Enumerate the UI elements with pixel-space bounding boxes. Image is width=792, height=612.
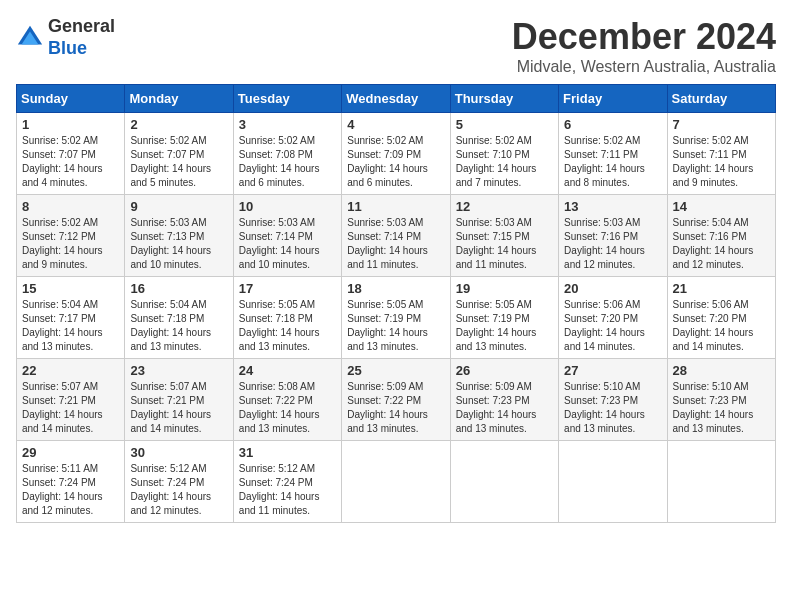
logo-general: General [48, 16, 115, 36]
day-number: 9 [130, 199, 227, 214]
day-info: Sunrise: 5:03 AMSunset: 7:14 PMDaylight:… [347, 216, 444, 272]
header-friday: Friday [559, 85, 667, 113]
day-info: Sunrise: 5:04 AMSunset: 7:16 PMDaylight:… [673, 216, 770, 272]
header-sunday: Sunday [17, 85, 125, 113]
table-row: 16Sunrise: 5:04 AMSunset: 7:18 PMDayligh… [125, 277, 233, 359]
table-row: 19Sunrise: 5:05 AMSunset: 7:19 PMDayligh… [450, 277, 558, 359]
table-row: 7Sunrise: 5:02 AMSunset: 7:11 PMDaylight… [667, 113, 775, 195]
calendar-header-row: Sunday Monday Tuesday Wednesday Thursday… [17, 85, 776, 113]
day-info: Sunrise: 5:03 AMSunset: 7:15 PMDaylight:… [456, 216, 553, 272]
table-row: 1Sunrise: 5:02 AMSunset: 7:07 PMDaylight… [17, 113, 125, 195]
day-info: Sunrise: 5:02 AMSunset: 7:11 PMDaylight:… [564, 134, 661, 190]
table-row: 6Sunrise: 5:02 AMSunset: 7:11 PMDaylight… [559, 113, 667, 195]
day-number: 17 [239, 281, 336, 296]
day-number: 14 [673, 199, 770, 214]
day-info: Sunrise: 5:06 AMSunset: 7:20 PMDaylight:… [564, 298, 661, 354]
day-number: 25 [347, 363, 444, 378]
table-row: 11Sunrise: 5:03 AMSunset: 7:14 PMDayligh… [342, 195, 450, 277]
location-subtitle: Midvale, Western Australia, Australia [512, 58, 776, 76]
day-info: Sunrise: 5:07 AMSunset: 7:21 PMDaylight:… [130, 380, 227, 436]
day-number: 18 [347, 281, 444, 296]
day-number: 30 [130, 445, 227, 460]
day-number: 12 [456, 199, 553, 214]
day-number: 20 [564, 281, 661, 296]
day-info: Sunrise: 5:04 AMSunset: 7:18 PMDaylight:… [130, 298, 227, 354]
table-row [559, 441, 667, 523]
day-info: Sunrise: 5:09 AMSunset: 7:22 PMDaylight:… [347, 380, 444, 436]
table-row: 21Sunrise: 5:06 AMSunset: 7:20 PMDayligh… [667, 277, 775, 359]
table-row: 4Sunrise: 5:02 AMSunset: 7:09 PMDaylight… [342, 113, 450, 195]
table-row: 3Sunrise: 5:02 AMSunset: 7:08 PMDaylight… [233, 113, 341, 195]
day-info: Sunrise: 5:07 AMSunset: 7:21 PMDaylight:… [22, 380, 119, 436]
table-row: 20Sunrise: 5:06 AMSunset: 7:20 PMDayligh… [559, 277, 667, 359]
table-row: 23Sunrise: 5:07 AMSunset: 7:21 PMDayligh… [125, 359, 233, 441]
day-info: Sunrise: 5:02 AMSunset: 7:08 PMDaylight:… [239, 134, 336, 190]
header-tuesday: Tuesday [233, 85, 341, 113]
day-number: 28 [673, 363, 770, 378]
day-number: 16 [130, 281, 227, 296]
day-info: Sunrise: 5:03 AMSunset: 7:16 PMDaylight:… [564, 216, 661, 272]
day-number: 23 [130, 363, 227, 378]
table-row: 30Sunrise: 5:12 AMSunset: 7:24 PMDayligh… [125, 441, 233, 523]
day-number: 24 [239, 363, 336, 378]
table-row: 9Sunrise: 5:03 AMSunset: 7:13 PMDaylight… [125, 195, 233, 277]
day-info: Sunrise: 5:05 AMSunset: 7:19 PMDaylight:… [347, 298, 444, 354]
day-info: Sunrise: 5:03 AMSunset: 7:14 PMDaylight:… [239, 216, 336, 272]
day-info: Sunrise: 5:03 AMSunset: 7:13 PMDaylight:… [130, 216, 227, 272]
logo-text: General Blue [48, 16, 115, 59]
day-info: Sunrise: 5:10 AMSunset: 7:23 PMDaylight:… [673, 380, 770, 436]
day-number: 31 [239, 445, 336, 460]
table-row: 22Sunrise: 5:07 AMSunset: 7:21 PMDayligh… [17, 359, 125, 441]
table-row [450, 441, 558, 523]
day-info: Sunrise: 5:10 AMSunset: 7:23 PMDaylight:… [564, 380, 661, 436]
table-row: 27Sunrise: 5:10 AMSunset: 7:23 PMDayligh… [559, 359, 667, 441]
logo: General Blue [16, 16, 115, 59]
header: General Blue December 2024 Midvale, West… [16, 16, 776, 76]
day-number: 4 [347, 117, 444, 132]
day-number: 26 [456, 363, 553, 378]
header-thursday: Thursday [450, 85, 558, 113]
table-row: 28Sunrise: 5:10 AMSunset: 7:23 PMDayligh… [667, 359, 775, 441]
table-row: 26Sunrise: 5:09 AMSunset: 7:23 PMDayligh… [450, 359, 558, 441]
month-title: December 2024 [512, 16, 776, 58]
day-info: Sunrise: 5:02 AMSunset: 7:11 PMDaylight:… [673, 134, 770, 190]
table-row: 12Sunrise: 5:03 AMSunset: 7:15 PMDayligh… [450, 195, 558, 277]
day-info: Sunrise: 5:02 AMSunset: 7:10 PMDaylight:… [456, 134, 553, 190]
table-row: 29Sunrise: 5:11 AMSunset: 7:24 PMDayligh… [17, 441, 125, 523]
day-number: 1 [22, 117, 119, 132]
day-number: 5 [456, 117, 553, 132]
day-info: Sunrise: 5:02 AMSunset: 7:12 PMDaylight:… [22, 216, 119, 272]
day-info: Sunrise: 5:05 AMSunset: 7:19 PMDaylight:… [456, 298, 553, 354]
header-wednesday: Wednesday [342, 85, 450, 113]
table-row: 25Sunrise: 5:09 AMSunset: 7:22 PMDayligh… [342, 359, 450, 441]
day-info: Sunrise: 5:12 AMSunset: 7:24 PMDaylight:… [130, 462, 227, 518]
day-info: Sunrise: 5:02 AMSunset: 7:07 PMDaylight:… [22, 134, 119, 190]
table-row: 18Sunrise: 5:05 AMSunset: 7:19 PMDayligh… [342, 277, 450, 359]
table-row: 14Sunrise: 5:04 AMSunset: 7:16 PMDayligh… [667, 195, 775, 277]
header-saturday: Saturday [667, 85, 775, 113]
day-number: 7 [673, 117, 770, 132]
day-number: 10 [239, 199, 336, 214]
table-row: 31Sunrise: 5:12 AMSunset: 7:24 PMDayligh… [233, 441, 341, 523]
table-row: 13Sunrise: 5:03 AMSunset: 7:16 PMDayligh… [559, 195, 667, 277]
table-row: 17Sunrise: 5:05 AMSunset: 7:18 PMDayligh… [233, 277, 341, 359]
calendar-table: Sunday Monday Tuesday Wednesday Thursday… [16, 84, 776, 523]
day-info: Sunrise: 5:05 AMSunset: 7:18 PMDaylight:… [239, 298, 336, 354]
day-info: Sunrise: 5:12 AMSunset: 7:24 PMDaylight:… [239, 462, 336, 518]
day-info: Sunrise: 5:04 AMSunset: 7:17 PMDaylight:… [22, 298, 119, 354]
day-info: Sunrise: 5:08 AMSunset: 7:22 PMDaylight:… [239, 380, 336, 436]
header-monday: Monday [125, 85, 233, 113]
logo-icon [16, 24, 44, 52]
day-number: 6 [564, 117, 661, 132]
table-row [667, 441, 775, 523]
table-row: 10Sunrise: 5:03 AMSunset: 7:14 PMDayligh… [233, 195, 341, 277]
day-info: Sunrise: 5:06 AMSunset: 7:20 PMDaylight:… [673, 298, 770, 354]
day-number: 11 [347, 199, 444, 214]
logo-blue: Blue [48, 38, 87, 58]
day-info: Sunrise: 5:11 AMSunset: 7:24 PMDaylight:… [22, 462, 119, 518]
table-row: 15Sunrise: 5:04 AMSunset: 7:17 PMDayligh… [17, 277, 125, 359]
day-info: Sunrise: 5:09 AMSunset: 7:23 PMDaylight:… [456, 380, 553, 436]
day-number: 2 [130, 117, 227, 132]
day-number: 8 [22, 199, 119, 214]
day-number: 13 [564, 199, 661, 214]
